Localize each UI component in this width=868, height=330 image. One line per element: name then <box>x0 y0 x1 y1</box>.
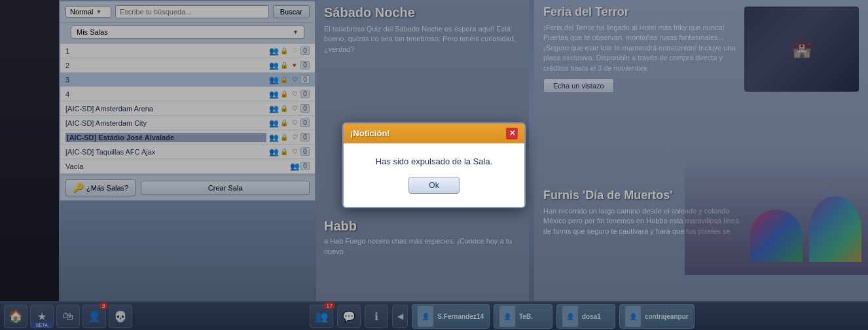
modal-overlay: ¡Notición! ✕ Has sido expulsado de la Sa… <box>0 0 868 330</box>
modal-body: Has sido expulsado de la Sala. Ok <box>344 143 524 207</box>
modal-close-button[interactable]: ✕ <box>506 128 518 139</box>
modal-header: ¡Notición! ✕ <box>344 124 524 143</box>
notification-dialog: ¡Notición! ✕ Has sido expulsado de la Sa… <box>342 122 526 208</box>
modal-ok-button[interactable]: Ok <box>408 177 459 194</box>
modal-title: ¡Notición! <box>350 128 390 138</box>
modal-message: Has sido expulsado de la Sala. <box>354 156 514 166</box>
